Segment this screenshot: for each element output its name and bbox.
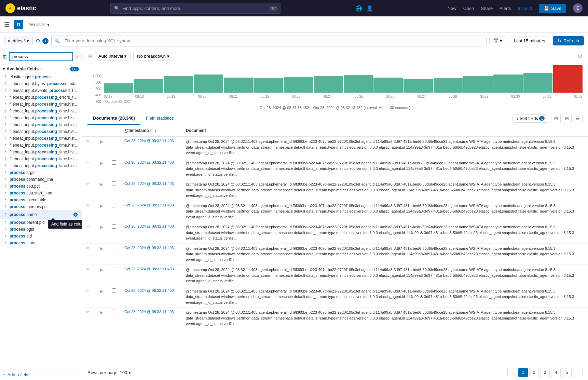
- tab-documents[interactable]: Documents (20,340): [87, 112, 140, 125]
- inspect-link[interactable]: Inspect: [518, 6, 532, 11]
- field-item-19[interactable]: fprocess.memory.pct: [0, 203, 82, 210]
- page-2-button[interactable]: 2: [529, 368, 539, 377]
- sort-fields-button[interactable]: ↕ Sort fields 1: [512, 114, 548, 123]
- row-checkbox[interactable]: [112, 160, 116, 165]
- field-item-9[interactable]: ffilebeat_input.processing_time.histogra…: [0, 135, 82, 142]
- field-item-11[interactable]: ffilebeat_input.processing_time.histogra…: [0, 149, 82, 155]
- histogram-bar-6[interactable]: [284, 77, 313, 93]
- global-search[interactable]: 🔍 Find apps, content, and more. ⌘/: [110, 3, 281, 14]
- expand-icon[interactable]: ✏: [86, 267, 90, 272]
- field-item-17[interactable]: fprocess.cpu.start_time: [0, 190, 82, 196]
- row-checkbox[interactable]: [112, 181, 116, 186]
- row-expand-icon[interactable]: ▶: [100, 203, 104, 208]
- prev-page-button[interactable]: ‹: [507, 368, 517, 377]
- histogram-bar-0[interactable]: [104, 83, 133, 93]
- field-item-4[interactable]: ffilebeat_input.processing_time.histogra…: [0, 101, 82, 108]
- row-checkbox[interactable]: [112, 224, 116, 229]
- expand-icon[interactable]: ✏: [86, 139, 90, 144]
- histogram-bar-5[interactable]: [254, 78, 283, 93]
- grid-view-icon[interactable]: ⊞: [551, 114, 561, 123]
- field-item-15[interactable]: fprocess.command_line: [0, 176, 82, 183]
- page-3-button[interactable]: 3: [540, 368, 550, 377]
- expand-icon[interactable]: ✏: [86, 181, 90, 186]
- add-filter-icon[interactable]: +: [42, 38, 49, 44]
- row-expand-icon[interactable]: ▶: [100, 224, 104, 230]
- next-page-button[interactable]: ›: [573, 368, 583, 377]
- add-field-button[interactable]: + Add a field: [0, 369, 82, 380]
- chart-settings-icon[interactable]: ⚙: [578, 53, 583, 59]
- row-checkbox[interactable]: [112, 203, 116, 207]
- time-range-button[interactable]: Last 15 minutes: [509, 37, 550, 45]
- compare-view-icon[interactable]: ⊟: [562, 114, 572, 123]
- add-column-button[interactable]: +: [72, 211, 79, 218]
- histogram-bar-13[interactable]: [493, 74, 523, 93]
- kql-input[interactable]: [62, 37, 483, 45]
- histogram-bar-12[interactable]: [463, 76, 493, 93]
- field-item-23[interactable]: fprocess.pid: [0, 233, 82, 240]
- row-checkbox[interactable]: [112, 267, 116, 271]
- fields-info-icon[interactable]: ?: [40, 67, 42, 71]
- field-item-18[interactable]: fprocess.executable: [0, 196, 82, 203]
- field-item-7[interactable]: ffilebeat_input.processing_time.histogra…: [0, 121, 82, 128]
- timestamp-cell[interactable]: Oct 28, 2024 @ 08:32:11.403: [120, 222, 182, 244]
- new-link[interactable]: New: [448, 6, 456, 11]
- row-expand-icon[interactable]: ▶: [100, 181, 104, 187]
- row-checkbox[interactable]: [112, 139, 116, 143]
- chart-type-icon[interactable]: ⊞: [87, 53, 92, 59]
- open-link[interactable]: Open: [463, 6, 474, 11]
- available-fields-header[interactable]: ▾ Available fields ? 68: [0, 64, 82, 73]
- field-item-14[interactable]: fprocess.args: [0, 169, 82, 176]
- timestamp-cell[interactable]: Oct 28, 2024 @ 08:32:11.403: [120, 201, 182, 222]
- field-item-5[interactable]: ffilebeat_input.processing_time.histogra…: [0, 108, 82, 114]
- expand-icon[interactable]: ✏: [86, 310, 90, 314]
- kql-filter-container[interactable]: 🔍: [51, 36, 487, 46]
- sidebar-sections-icon[interactable]: ⊞: [3, 54, 7, 59]
- field-item-10[interactable]: ffilebeat_input.processing_time.histogra…: [0, 142, 82, 149]
- histogram-bar-1[interactable]: [134, 79, 163, 93]
- globe-icon[interactable]: 🌐: [355, 5, 362, 12]
- row-expand-icon[interactable]: ▶: [100, 288, 104, 294]
- alerts-link[interactable]: Alerts: [500, 6, 511, 11]
- page-1-button[interactable]: 1: [518, 368, 528, 377]
- row-expand-icon[interactable]: ▶: [100, 160, 104, 166]
- row-expand-icon[interactable]: ▶: [100, 267, 104, 272]
- field-item-21[interactable]: fprocess.parent.pid: [0, 219, 82, 226]
- field-item-12[interactable]: ffilebeat_input.processing_time.histogra…: [0, 155, 82, 162]
- field-item-8[interactable]: ffilebeat_input.processing_time.histogra…: [0, 128, 82, 135]
- histogram-bar-14[interactable]: [523, 73, 553, 93]
- user-avatar[interactable]: E: [573, 3, 583, 13]
- share-link[interactable]: Share: [481, 6, 493, 11]
- page-4-button[interactable]: 4: [551, 368, 561, 377]
- field-item-1[interactable]: ffilebeat_input.bytes_processed_total: [0, 80, 82, 87]
- hamburger-menu[interactable]: ☰: [4, 21, 10, 28]
- row-expand-icon[interactable]: ▶: [100, 139, 104, 144]
- field-item-6[interactable]: ffilebeat_input.processing_time.histogra…: [0, 114, 82, 121]
- expand-icon[interactable]: ✏: [86, 246, 90, 250]
- row-checkbox[interactable]: [112, 288, 116, 293]
- discover-tab[interactable]: Discover ▾: [27, 22, 50, 27]
- row-checkbox[interactable]: [112, 310, 116, 314]
- elastic-logo[interactable]: e elastic: [5, 3, 36, 13]
- sidebar-search-input[interactable]: [9, 52, 73, 61]
- timestamp-cell[interactable]: Oct 28, 2024 @ 08:32:11.403: [120, 308, 182, 329]
- timestamp-cell[interactable]: Oct 28, 2024 @ 08:32:11.403: [120, 158, 182, 179]
- histogram-bar-11[interactable]: [434, 78, 463, 93]
- header-timestamp[interactable]: @timestamp ⓘ ↓: [120, 125, 182, 136]
- row-expand-icon[interactable]: ▶: [100, 310, 104, 315]
- histogram-bar-7[interactable]: [314, 76, 343, 93]
- rows-per-page[interactable]: Rows per page: 100 ▾: [87, 370, 131, 375]
- index-selector[interactable]: metrics-* ▾: [4, 37, 33, 45]
- expand-icon[interactable]: ✏: [86, 203, 90, 208]
- histogram-bar-10[interactable]: [404, 79, 433, 93]
- histogram-bar-4[interactable]: [224, 78, 253, 93]
- sort-asc-icon[interactable]: ↓: [154, 128, 156, 133]
- expand-icon[interactable]: ✏: [86, 224, 90, 229]
- list-view-icon[interactable]: ☰: [573, 114, 583, 123]
- field-item-22[interactable]: fprocess.pgid: [0, 226, 82, 233]
- row-checkbox[interactable]: [112, 246, 116, 250]
- calendar-button[interactable]: 📅 ▾: [489, 37, 506, 45]
- breakdown-button[interactable]: No breakdown ▾: [133, 52, 173, 60]
- expand-icon[interactable]: ✏: [86, 160, 90, 165]
- tab-field-statistics[interactable]: Field statistics: [140, 112, 179, 125]
- row-expand-icon[interactable]: ▶: [100, 246, 104, 251]
